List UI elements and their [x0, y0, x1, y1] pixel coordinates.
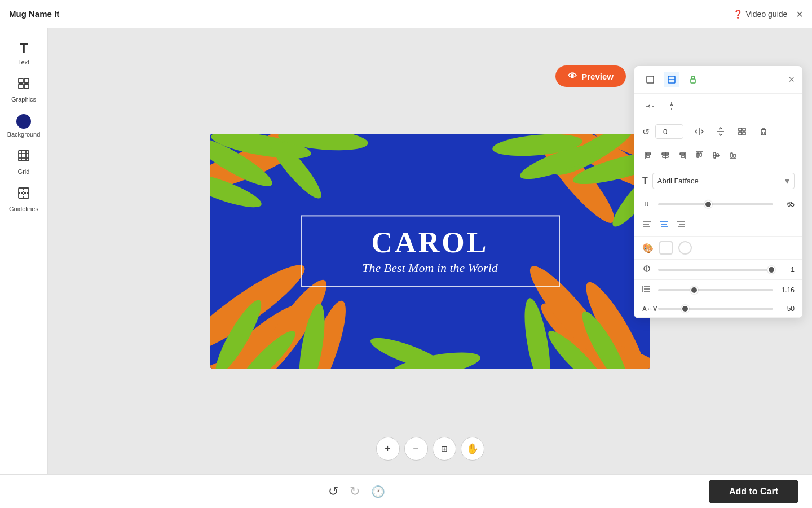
- panel-header-icons: [642, 72, 701, 87]
- canvas-bottom-toolbar: + − ⊞ ✋: [376, 437, 484, 461]
- redo-button[interactable]: ↻: [346, 481, 363, 502]
- canvas-area: 👁 Preview: [48, 28, 812, 474]
- svg-rect-51: [739, 132, 742, 135]
- pan-icon: ✋: [466, 443, 479, 455]
- stroke-color-swatch[interactable]: [678, 241, 692, 255]
- font-size-row: Tt 65: [634, 194, 802, 214]
- align-left-button[interactable]: [642, 149, 655, 163]
- horizontal-position-button[interactable]: [642, 98, 658, 114]
- left-sidebar: T Text Graphics Background Grid Guidelin…: [0, 28, 48, 474]
- grid-icon: [17, 149, 30, 166]
- canvas-sub-text: The Best Mom in the World: [336, 261, 525, 276]
- svg-rect-49: [739, 128, 742, 131]
- canvas-text-block[interactable]: CAROL The Best Mom in the World: [301, 215, 560, 287]
- app-title: Mug Name It: [9, 9, 59, 19]
- align-row: [634, 144, 802, 168]
- svg-rect-3: [24, 84, 29, 89]
- font-select[interactable]: Abril Fatface ▾: [652, 173, 795, 189]
- history-button[interactable]: 🕐: [368, 481, 389, 502]
- sidebar-item-graphics[interactable]: Graphics: [0, 71, 47, 108]
- line-height-slider[interactable]: [658, 289, 773, 291]
- svg-rect-0: [19, 78, 23, 83]
- letter-spacing-value: 50: [778, 305, 795, 313]
- add-to-group-button[interactable]: [734, 124, 750, 139]
- letter-spacing-slider[interactable]: [658, 308, 773, 310]
- svg-rect-63: [680, 153, 685, 155]
- properties-panel: × ↺: [634, 65, 803, 318]
- svg-rect-45: [647, 76, 654, 83]
- svg-rect-57: [646, 153, 651, 155]
- top-bar: Mug Name It ❓ Video guide ×: [0, 0, 812, 28]
- sidebar-item-grid[interactable]: Grid: [0, 143, 47, 181]
- text-icon: T: [20, 41, 28, 56]
- svg-rect-1: [24, 78, 29, 83]
- video-guide-label: Video guide: [746, 10, 788, 19]
- undo-button[interactable]: ↺: [325, 481, 342, 502]
- panel-tab-style-button[interactable]: [664, 72, 679, 87]
- text-align-left-button[interactable]: [642, 219, 652, 231]
- align-center-button[interactable]: [659, 149, 672, 163]
- preview-label: Preview: [581, 72, 614, 81]
- svg-rect-52: [743, 132, 745, 135]
- sidebar-item-guidelines[interactable]: Guidelines: [0, 181, 47, 218]
- fill-color-swatch[interactable]: [659, 241, 673, 255]
- undo-icon: ↺: [328, 484, 338, 498]
- text-alignment-row: [634, 214, 802, 237]
- redo-icon: ↻: [350, 484, 360, 498]
- letter-spacing-icon: A↔V: [642, 305, 654, 312]
- panel-tab-text-button[interactable]: [642, 72, 658, 87]
- svg-rect-48: [691, 79, 695, 83]
- font-name-label: Abril Fatface: [657, 177, 699, 185]
- font-size-slider[interactable]: [658, 203, 773, 205]
- flip-vertical-button[interactable]: [713, 124, 729, 139]
- panel-wrapper: × ↺: [634, 65, 803, 318]
- font-row: T Abril Fatface ▾: [634, 168, 802, 194]
- panel-header: ×: [634, 66, 802, 94]
- main-layout: T Text Graphics Background Grid Guidelin…: [0, 28, 812, 474]
- rotation-input[interactable]: [655, 124, 683, 139]
- add-to-cart-button[interactable]: Add to Cart: [709, 480, 798, 503]
- vertical-position-button[interactable]: [664, 98, 679, 114]
- opacity-icon: [642, 264, 654, 275]
- align-middle-button[interactable]: [710, 149, 722, 163]
- question-icon: ❓: [733, 10, 743, 19]
- svg-rect-66: [697, 153, 699, 157]
- font-size-icon: Tt: [642, 199, 654, 209]
- sidebar-text-label: Text: [18, 59, 29, 65]
- panel-close-button[interactable]: ×: [788, 74, 795, 86]
- align-bottom-button[interactable]: [727, 149, 739, 163]
- panel-tab-lock-button[interactable]: [685, 72, 701, 87]
- font-size-value: 65: [778, 200, 795, 208]
- sidebar-grid-label: Grid: [18, 168, 30, 175]
- opacity-slider[interactable]: [658, 269, 773, 271]
- line-height-icon: [642, 284, 654, 295]
- svg-rect-8: [19, 151, 29, 161]
- text-align-center-button[interactable]: [659, 219, 669, 231]
- sidebar-item-background[interactable]: Background: [0, 108, 47, 143]
- rotation-row: ↺: [634, 119, 802, 144]
- delete-button[interactable]: [756, 124, 771, 139]
- zoom-out-button[interactable]: −: [404, 437, 428, 461]
- sidebar-item-text[interactable]: T Text: [0, 35, 47, 71]
- color-row: 🎨: [634, 237, 802, 260]
- zoom-out-icon: −: [413, 443, 419, 455]
- fill-icon: 🎨: [642, 243, 654, 253]
- zoom-in-button[interactable]: +: [376, 437, 400, 461]
- line-height-row: 1.16: [634, 280, 802, 300]
- rotation-icon: ↺: [642, 126, 650, 137]
- top-bar-right: ❓ Video guide ×: [733, 8, 803, 20]
- align-right-button[interactable]: [676, 149, 689, 163]
- video-guide-button[interactable]: ❓ Video guide: [733, 10, 788, 19]
- close-button[interactable]: ×: [796, 8, 803, 20]
- preview-button[interactable]: 👁 Preview: [555, 65, 626, 87]
- font-icon: T: [642, 176, 648, 186]
- pan-button[interactable]: ✋: [461, 437, 484, 461]
- text-align-right-button[interactable]: [676, 219, 686, 231]
- bottom-tools: ↺ ↻ 🕐: [14, 481, 700, 502]
- chevron-down-icon: ▾: [785, 176, 789, 186]
- zoom-in-icon: +: [385, 443, 391, 455]
- canvas-main-text: CAROL: [336, 226, 525, 259]
- flip-horizontal-button[interactable]: [691, 124, 707, 139]
- align-top-button[interactable]: [693, 149, 705, 163]
- fit-button[interactable]: ⊞: [433, 437, 456, 461]
